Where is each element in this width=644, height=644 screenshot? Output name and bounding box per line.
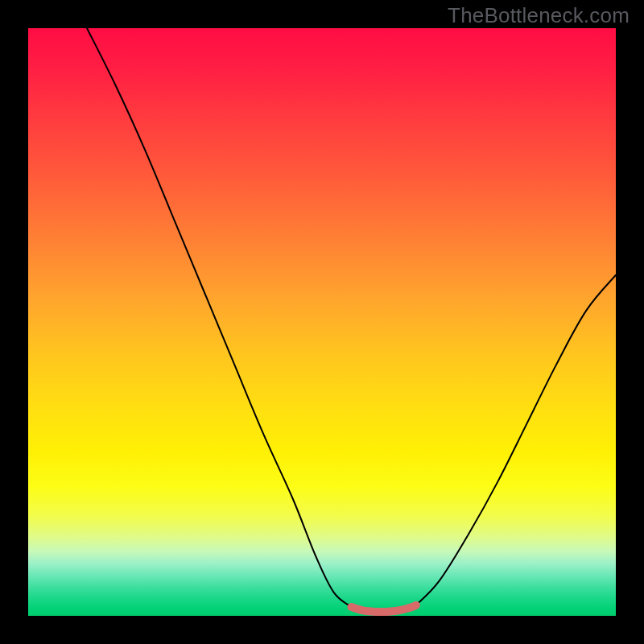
curve-left-path [87, 28, 352, 607]
chart-container: TheBottleneck.com [0, 0, 644, 644]
curve-right-path [416, 275, 616, 605]
plot-area [28, 28, 616, 616]
plateau-path [352, 605, 416, 612]
watermark-text: TheBottleneck.com [448, 3, 630, 28]
chart-svg [28, 28, 616, 616]
